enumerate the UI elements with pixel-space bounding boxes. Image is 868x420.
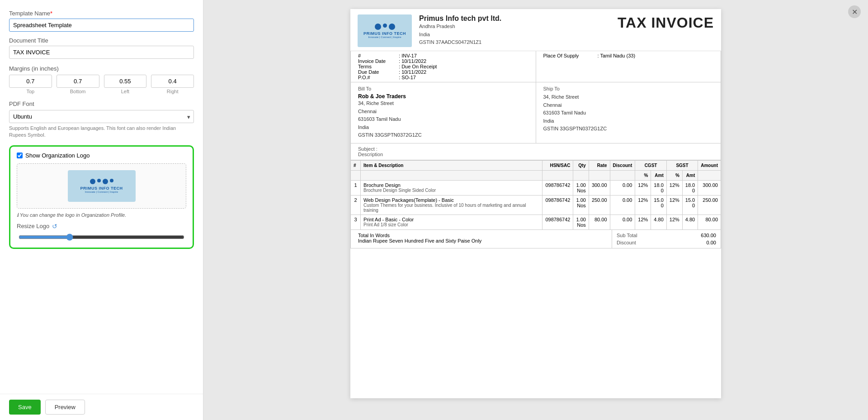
ship-to-section: Ship To 34, Riche Street Chennai 631603 …	[536, 82, 721, 143]
save-button[interactable]: Save	[9, 400, 41, 415]
item2-sgst-amt: 15.00	[682, 195, 698, 215]
sub-total-line: Sub Total 630.00	[617, 232, 716, 239]
item2-hsn: 098786742	[542, 195, 573, 215]
show-logo-checkbox[interactable]	[17, 153, 23, 158]
margins-row: Top Bottom Left Right	[9, 75, 194, 94]
margin-top-label: Top	[27, 89, 35, 94]
margin-top-input[interactable]	[9, 75, 52, 88]
hash-label: #	[358, 53, 399, 58]
invoice-num: INV-17	[401, 53, 417, 58]
close-button[interactable]: ✕	[848, 5, 861, 18]
ship-to-country: India	[543, 117, 714, 125]
col-disc-sub	[610, 170, 635, 180]
item2-name: Web Design Packages(Template) - Basic Cu…	[361, 195, 542, 215]
inv-logo-text: PRIMUS INFO TECH	[363, 31, 406, 36]
margin-bottom-input[interactable]	[57, 75, 99, 88]
item3-cgst-pct: 12%	[635, 215, 651, 229]
invoice-paper: PRIMUS INFO TECH Innovate | Connect | In…	[350, 9, 721, 398]
total-in-words-value: Indian Rupee Seven Hundred Five and Sixt…	[358, 238, 604, 243]
bill-to-gstin: GSTIN 33GSPTN0372G1ZC	[358, 131, 528, 139]
item3-name: Print Ad - Basic - Color Print Ad 1/8 si…	[361, 215, 542, 229]
item3-num: 3	[351, 215, 361, 229]
invoice-date: 10/11/2022	[401, 58, 426, 64]
item3-discount: 0.00	[610, 215, 635, 229]
item1-sgst-pct: 12%	[666, 180, 682, 195]
preview-button[interactable]: Preview	[45, 400, 85, 415]
company-country: India	[419, 31, 618, 39]
subject-section: Subject : Description	[350, 143, 721, 160]
ship-to-city: Chennai	[543, 101, 714, 110]
logo-hint: ℹ You can change the logo in Organizatio…	[17, 212, 186, 218]
supply-label: Place Of Supply	[543, 53, 598, 58]
item1-hsn: 098786742	[542, 180, 573, 195]
invoice-date-label: Invoice Date	[358, 58, 399, 64]
margin-left: Left	[104, 75, 147, 94]
item1-num: 1	[351, 180, 361, 195]
item1-amount: 300.00	[698, 180, 721, 195]
item1-sgst-amt: 18.00	[682, 180, 698, 195]
item1-name: Brochure Design Brochure Design Single S…	[361, 180, 542, 195]
items-table: # Item & Description HSN/SAC Qty Rate Di…	[350, 160, 721, 230]
bill-to-city: Chennai	[358, 108, 528, 116]
col-qty: Qty	[573, 160, 589, 170]
col-item-desc: Item & Description	[361, 160, 542, 170]
item3-rate: 80.00	[589, 215, 610, 229]
pdf-font-select[interactable]: Ubuntu Arial Times New Roman	[9, 110, 194, 123]
discount-line: Discount 0.00	[617, 239, 716, 246]
item2-amount: 250.00	[698, 195, 721, 215]
item1-cgst-amt: 18.00	[651, 180, 666, 195]
inv-logo-dot-3	[389, 24, 395, 30]
item2-discount: 0.00	[610, 195, 635, 215]
margins-label: Margins (in inches)	[9, 65, 194, 72]
item2-cgst-pct: 12%	[635, 195, 651, 215]
logo-dot-3	[103, 179, 108, 184]
margin-bottom: Bottom	[57, 75, 99, 94]
company-state: Andhra Pradesh	[419, 23, 618, 31]
col-item-sub	[361, 170, 542, 180]
logo-dot-1	[90, 179, 95, 184]
invoice-info-table: #: INV-17 Invoice Date: 10/11/2022 Terms…	[350, 51, 721, 82]
item1-discount: 0.00	[610, 180, 635, 195]
col-sgst-amt: Amt	[682, 170, 698, 180]
subject-label: Subject :	[358, 146, 713, 152]
resize-icon[interactable]: ↺	[52, 223, 57, 230]
left-panel: Template Name* Document Title Margins (i…	[0, 0, 203, 420]
show-logo-row: Show Organization Logo	[17, 152, 186, 159]
totals-section: Sub Total 630.00 Discount 0.00	[612, 230, 721, 248]
margin-left-input[interactable]	[104, 75, 147, 88]
total-in-words-label: Total In Words	[358, 233, 604, 238]
col-rate-sub	[589, 170, 610, 180]
document-title-input[interactable]	[9, 46, 194, 59]
col-hash: #	[351, 160, 361, 170]
discount-value: 0.00	[707, 240, 716, 245]
document-title-label: Document Title	[9, 37, 194, 44]
item1-qty: 1.00Nos	[573, 180, 589, 195]
col-cgst: CGST	[635, 160, 666, 170]
margin-right-input[interactable]	[151, 75, 194, 88]
pdf-font-select-wrapper: Ubuntu Arial Times New Roman	[9, 110, 194, 123]
font-hint: Supports English and European languages.…	[9, 125, 194, 139]
company-gstin: GSTIN 37AADCS0472N1Z1	[419, 38, 618, 47]
inv-logo-dots	[375, 24, 395, 30]
item3-sgst-amt: 4.80	[682, 215, 698, 229]
col-sgst-pct: %	[666, 170, 682, 180]
item1-rate: 300.00	[589, 180, 610, 195]
due-date-value: 10/11/2022	[401, 69, 426, 75]
col-cgst-amt: Amt	[651, 170, 666, 180]
bill-to-name: Rob & Joe Traders	[358, 93, 528, 100]
resize-logo-label: Resize Logo ↺	[17, 223, 186, 230]
ship-to-label: Ship To	[543, 86, 714, 91]
template-name-label: Template Name*	[9, 10, 194, 17]
inv-logo-dot-1	[375, 24, 381, 30]
company-info: Primus Info tech pvt ltd. Andhra Pradesh…	[419, 14, 618, 47]
invoice-logo: PRIMUS INFO TECH Innovate | Connect | In…	[358, 14, 412, 47]
col-amount-sub	[698, 170, 721, 180]
margin-left-label: Left	[121, 89, 129, 94]
right-panel: ✕ PRIMUS INFO TECH Innovate | Connect | …	[203, 0, 868, 420]
resize-slider[interactable]	[19, 234, 184, 241]
resize-slider-wrapper	[17, 234, 186, 242]
bill-ship-section: Bill To Rob & Joe Traders 34, Riche Stre…	[350, 82, 721, 143]
template-name-input[interactable]	[9, 19, 194, 32]
po-label: P.O.#	[358, 75, 399, 80]
logo-dot-2	[97, 179, 101, 182]
